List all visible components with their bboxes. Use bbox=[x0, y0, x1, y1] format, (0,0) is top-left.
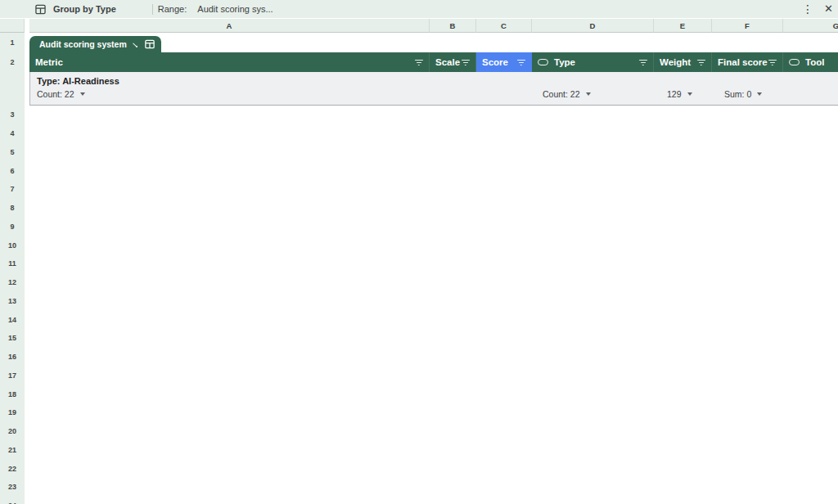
filter-icon[interactable] bbox=[414, 59, 423, 66]
range-value[interactable]: Audit scoring sys... bbox=[197, 4, 273, 14]
column-header-weight[interactable]: Weight bbox=[654, 52, 712, 72]
table-view-panel: Group by Type Range: Audit scoring sys..… bbox=[0, 0, 838, 504]
column-header-label: Weight bbox=[660, 57, 691, 67]
group-count-label: Count: 22 bbox=[37, 89, 74, 99]
group-title: Type: AI-Readiness bbox=[37, 76, 119, 86]
group-header-band: Type: AI-Readiness Count: 22 Count: 22 1… bbox=[29, 72, 838, 106]
row-number[interactable]: 15 bbox=[0, 329, 25, 348]
row-number[interactable]: 16 bbox=[0, 348, 25, 367]
column-letter-D[interactable]: D bbox=[532, 19, 654, 33]
row-number[interactable]: 4 bbox=[0, 124, 25, 143]
row-number[interactable]: 24 bbox=[0, 497, 25, 504]
column-letter-E[interactable]: E bbox=[654, 19, 712, 33]
close-icon[interactable]: ✕ bbox=[824, 1, 833, 17]
table-icon-tab[interactable] bbox=[137, 36, 161, 52]
filter-icon[interactable] bbox=[516, 59, 525, 66]
column-letter-F[interactable]: F bbox=[712, 19, 783, 33]
row-number[interactable]: 21 bbox=[0, 441, 25, 460]
dropdown-arrow-icon bbox=[80, 92, 85, 96]
column-header-score[interactable]: Score bbox=[476, 52, 532, 72]
row-number[interactable]: 2 bbox=[0, 52, 25, 72]
column-header-type[interactable]: Type bbox=[532, 52, 654, 72]
table-view-icon bbox=[35, 4, 46, 15]
filter-icon[interactable] bbox=[768, 59, 777, 66]
row-number[interactable]: 11 bbox=[0, 254, 25, 273]
column-header-label: Score bbox=[482, 57, 508, 67]
row-number[interactable]: 23 bbox=[0, 478, 25, 497]
weight-total-label: 129 bbox=[667, 89, 682, 99]
row-number[interactable]: 1 bbox=[0, 33, 25, 52]
row-number[interactable]: 5 bbox=[0, 143, 25, 162]
corner-cell[interactable] bbox=[0, 19, 25, 33]
weight-total-dropdown[interactable]: 129 bbox=[667, 89, 692, 99]
row-number[interactable]: 13 bbox=[0, 292, 25, 311]
dropdown-chip-icon bbox=[789, 59, 800, 65]
row-number[interactable]: 14 bbox=[0, 310, 25, 329]
kebab-menu-icon[interactable]: ⋮ bbox=[802, 1, 813, 17]
filter-icon[interactable] bbox=[696, 59, 705, 66]
row-number[interactable]: 7 bbox=[0, 180, 25, 199]
sheet-tab[interactable]: Audit scoring system bbox=[29, 36, 151, 52]
row-number[interactable]: 12 bbox=[0, 273, 25, 292]
column-header-metric[interactable]: Metric bbox=[29, 52, 430, 72]
row-number[interactable]: 18 bbox=[0, 385, 25, 403]
row-number[interactable]: 10 bbox=[0, 236, 25, 254]
column-letter-C[interactable]: C bbox=[476, 19, 532, 33]
column-header-label: Type bbox=[554, 57, 575, 67]
column-header-label: Tool bbox=[805, 57, 824, 67]
dropdown-arrow-icon bbox=[757, 92, 762, 96]
column-header-final-score[interactable]: Final score bbox=[712, 52, 783, 72]
filter-icon[interactable] bbox=[461, 59, 470, 66]
column-header-label: Metric bbox=[35, 57, 63, 67]
row-number[interactable]: 17 bbox=[0, 367, 25, 385]
dropdown-chip-icon bbox=[538, 59, 548, 65]
range-label: Range: bbox=[158, 4, 187, 14]
dropdown-arrow-icon bbox=[586, 92, 591, 96]
type-count-dropdown[interactable]: Count: 22 bbox=[543, 89, 591, 99]
column-letter-A[interactable]: A bbox=[29, 19, 430, 33]
row-number[interactable]: 3 bbox=[0, 106, 25, 124]
column-letters-row: ABCDEFG bbox=[0, 19, 838, 33]
row-number[interactable]: 22 bbox=[0, 459, 25, 478]
sheet-tab-label: Audit scoring system bbox=[39, 39, 127, 49]
column-letter-G[interactable]: G bbox=[783, 19, 838, 33]
type-count-label: Count: 22 bbox=[543, 89, 580, 99]
row-number[interactable]: 8 bbox=[0, 199, 25, 218]
topbar-divider bbox=[152, 4, 153, 15]
column-letter-B[interactable]: B bbox=[430, 19, 476, 33]
group-count-dropdown[interactable]: Count: 22 bbox=[37, 89, 85, 99]
row-number[interactable]: 19 bbox=[0, 403, 25, 422]
column-header-label: Scale bbox=[435, 57, 460, 67]
top-bar: Group by Type Range: Audit scoring sys..… bbox=[0, 0, 838, 18]
column-header-scale[interactable]: Scale bbox=[430, 52, 476, 72]
final-sum-label: Sum: 0 bbox=[724, 89, 751, 99]
row-number[interactable]: 6 bbox=[0, 161, 25, 180]
row-number[interactable]: 9 bbox=[0, 218, 25, 236]
dropdown-arrow-icon bbox=[687, 92, 692, 96]
final-sum-dropdown[interactable]: Sum: 0 bbox=[724, 89, 762, 99]
row-number[interactable]: 20 bbox=[0, 422, 25, 441]
column-header-label: Final score bbox=[718, 57, 768, 67]
table-icon bbox=[145, 39, 155, 49]
column-header-tool[interactable]: Tool bbox=[783, 52, 838, 72]
view-title: Group by Type bbox=[53, 4, 116, 14]
filter-icon[interactable] bbox=[638, 59, 647, 66]
